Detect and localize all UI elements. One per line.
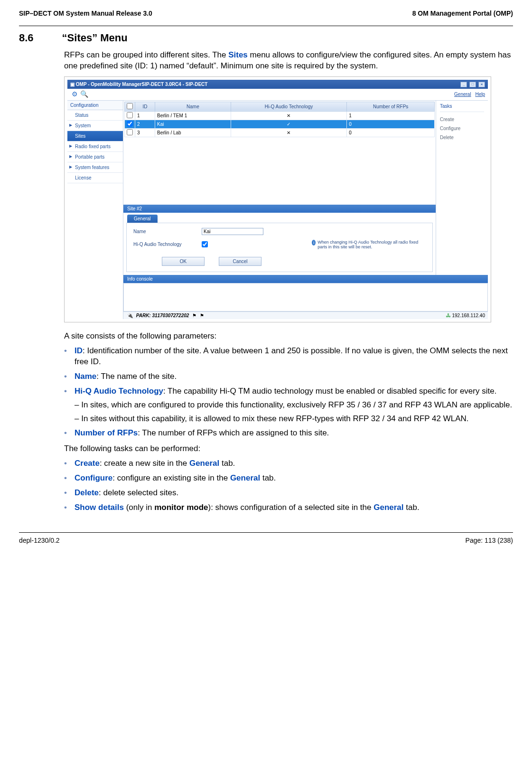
col-hiq[interactable]: Hi-Q Audio Technology bbox=[231, 102, 347, 111]
app-window: ▣ OMP - OpenMobility ManagerSIP-DECT 3.0… bbox=[67, 80, 488, 319]
toolbar-link-help[interactable]: Help bbox=[475, 92, 485, 97]
task-configure[interactable]: Configure bbox=[440, 124, 484, 133]
info-console-body bbox=[123, 283, 488, 311]
minimize-button[interactable]: _ bbox=[460, 82, 467, 87]
nav-item-sites[interactable]: Sites bbox=[67, 131, 123, 141]
app-title-text: OMP - OpenMobility ManagerSIP-DECT 3.0RC… bbox=[76, 82, 208, 87]
general-keyword: General bbox=[230, 473, 260, 482]
cell-name: Berlin / TEM 1 bbox=[155, 111, 231, 120]
list-item: Hi-Q Audio Technology: The capability Hi… bbox=[64, 386, 513, 424]
cell-rfps: 0 bbox=[347, 120, 435, 128]
section-number: 8.6 bbox=[19, 32, 34, 44]
close-button[interactable]: × bbox=[478, 82, 485, 87]
col-rfps[interactable]: Number of RFPs bbox=[347, 102, 435, 111]
tasks-title: Tasks bbox=[440, 103, 484, 112]
titlebar: ▣ OMP - OpenMobility ManagerSIP-DECT 3.0… bbox=[67, 80, 488, 89]
nav-header: Configuration bbox=[67, 101, 123, 110]
cell-id: 2 bbox=[135, 120, 155, 128]
task-configure-label: Configure bbox=[75, 473, 112, 482]
cell-name: Kai bbox=[155, 120, 231, 128]
table-row[interactable]: 2 Kai ✓ 0 bbox=[125, 120, 435, 128]
row-checkbox[interactable] bbox=[127, 121, 133, 127]
editor-panel: Site #2 General Name Hi-Q Audio T bbox=[123, 205, 436, 272]
tab-suffix: tab. bbox=[219, 459, 235, 468]
info-console-header[interactable]: Info console bbox=[123, 275, 488, 283]
nav-item-license[interactable]: License bbox=[67, 173, 123, 183]
status-bar: 🔌 PARK: 31170307272202 ⚑ ⚑ 🖧 192.168.112… bbox=[123, 311, 488, 319]
list-item: Number of RFPs: The number of RFPs which… bbox=[64, 428, 513, 439]
col-name[interactable]: Name bbox=[155, 102, 231, 111]
param-name-label: Name bbox=[75, 372, 96, 381]
list-item: Delete: delete selected sites. bbox=[64, 488, 513, 499]
cell-hiq: ✕ bbox=[231, 128, 347, 137]
general-keyword: General bbox=[373, 503, 403, 512]
nav-pane: Configuration Status System Sites Radio … bbox=[67, 101, 123, 319]
ok-button[interactable]: OK bbox=[162, 257, 205, 266]
app-title: ▣ OMP - OpenMobility ManagerSIP-DECT 3.0… bbox=[70, 82, 207, 87]
editor-info-note: i When changing Hi-Q Audio Technology al… bbox=[312, 240, 426, 249]
intro-paragraph: RFPs can be grouped into different sites… bbox=[64, 50, 513, 72]
nav-item-status[interactable]: Status bbox=[67, 110, 123, 121]
cell-hiq: ✕ bbox=[231, 111, 347, 120]
editor-header: Site #2 bbox=[123, 205, 436, 213]
select-all-checkbox[interactable] bbox=[127, 103, 133, 109]
params-list: ID: Identification number of the site. A… bbox=[64, 346, 513, 439]
network-icon: 🖧 bbox=[446, 313, 451, 318]
nav-item-system-features[interactable]: System features bbox=[67, 162, 123, 173]
window-controls: _ □ × bbox=[459, 81, 485, 87]
list-item: Configure: configure an existing site in… bbox=[64, 473, 513, 484]
cell-name: Berlin / Lab bbox=[155, 128, 231, 137]
cell-rfps: 0 bbox=[347, 128, 435, 137]
status-icon-left: 🔌 bbox=[127, 313, 133, 318]
toolbar-link-general[interactable]: General bbox=[454, 92, 471, 97]
maximize-button[interactable]: □ bbox=[469, 82, 476, 87]
row-checkbox[interactable] bbox=[127, 129, 133, 135]
tab-suffix: tab. bbox=[404, 503, 420, 512]
col-id[interactable]: ID bbox=[135, 102, 155, 111]
editor-name-input[interactable] bbox=[202, 228, 263, 235]
editor-tab-general[interactable]: General bbox=[127, 215, 158, 223]
editor-hiq-label: Hi-Q Audio Technology bbox=[133, 242, 195, 247]
tasks-list: Create: create a new site in the General… bbox=[64, 458, 513, 513]
page-footer: depl-1230/0.2 Page: 113 (238) bbox=[19, 532, 513, 544]
table-row[interactable]: 1 Berlin / TEM 1 ✕ 1 bbox=[125, 111, 435, 120]
list-item: Show details (only in monitor mode): sho… bbox=[64, 502, 513, 513]
col-checkbox[interactable] bbox=[125, 102, 135, 111]
nav-item-portable-parts[interactable]: Portable parts bbox=[67, 152, 123, 162]
footer-left: depl-1230/0.2 bbox=[19, 537, 60, 544]
editor-hiq-checkbox[interactable] bbox=[202, 241, 208, 247]
row-checkbox[interactable] bbox=[127, 112, 133, 118]
general-keyword: General bbox=[189, 459, 219, 468]
header-rule bbox=[19, 26, 513, 26]
cell-rfps: 1 bbox=[347, 111, 435, 120]
list-item: Create: create a new site in the General… bbox=[64, 458, 513, 469]
screenshot-figure: ▣ OMP - OpenMobility ManagerSIP-DECT 3.0… bbox=[64, 76, 491, 322]
app-icon: ▣ bbox=[70, 82, 75, 87]
search-icon[interactable]: 🔍 bbox=[80, 90, 89, 99]
task-create[interactable]: Create bbox=[440, 115, 484, 124]
editor-name-label: Name bbox=[133, 229, 195, 234]
nav-item-system[interactable]: System bbox=[67, 121, 123, 131]
param-hiq-sub2: – In sites without this capability, it i… bbox=[75, 414, 513, 424]
param-hiq-sub1: – In sites, which are configured to prov… bbox=[75, 400, 513, 411]
status-flag2-icon: ⚑ bbox=[200, 313, 204, 318]
table-row[interactable]: 3 Berlin / Lab ✕ 0 bbox=[125, 128, 435, 137]
task-delete[interactable]: Delete bbox=[440, 133, 484, 142]
section-title: “Sites” Menu bbox=[62, 32, 128, 44]
nav-item-radio-fixed-parts[interactable]: Radio fixed parts bbox=[67, 141, 123, 152]
cell-id: 3 bbox=[135, 128, 155, 137]
task-delete-text: : delete selected sites. bbox=[99, 488, 178, 497]
cancel-button[interactable]: Cancel bbox=[219, 257, 261, 266]
param-hiq-text: : The capability Hi-Q TM audio technolog… bbox=[163, 387, 496, 396]
task-create-text: : create a new site in the bbox=[100, 459, 189, 468]
task-delete-label: Delete bbox=[75, 488, 99, 497]
gear-icon[interactable]: ⚙ bbox=[70, 90, 79, 99]
param-id-text: : Identification number of the site. A v… bbox=[75, 346, 508, 366]
cell-hiq: ✓ bbox=[231, 120, 347, 128]
cell-id: 1 bbox=[135, 111, 155, 120]
params-intro: A site consists of the following paramet… bbox=[64, 331, 513, 342]
content-pane: ID Name Hi-Q Audio Technology Number of … bbox=[123, 101, 488, 319]
status-ip: 192.168.112.40 bbox=[452, 313, 485, 318]
sites-table: ID Name Hi-Q Audio Technology Number of … bbox=[124, 102, 435, 137]
section-heading: 8.6 “Sites” Menu bbox=[19, 32, 513, 44]
